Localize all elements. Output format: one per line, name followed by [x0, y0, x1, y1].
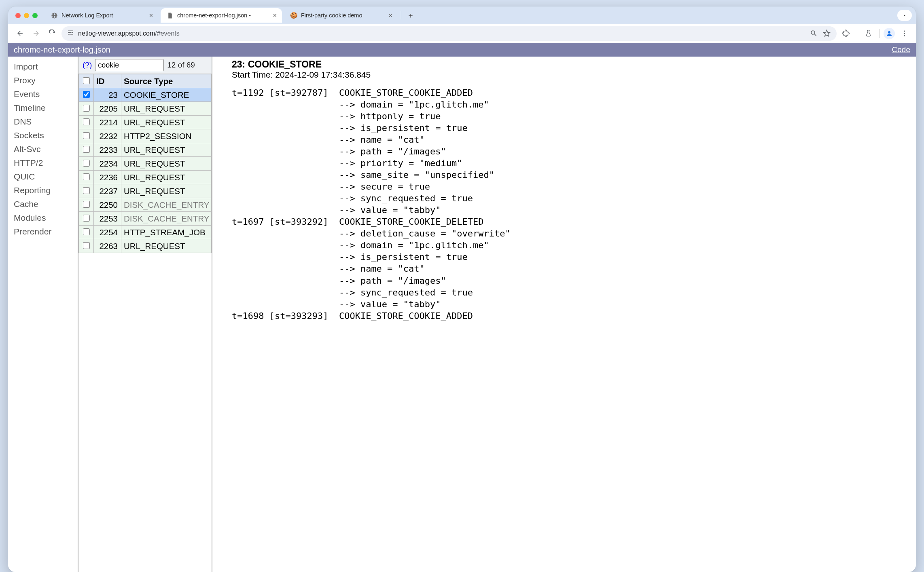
kebab-menu-icon[interactable] [897, 27, 911, 40]
filter-input[interactable] [95, 59, 164, 71]
page-content: chrome-net-export-log.json Code ImportPr… [8, 43, 916, 572]
sidebar-item-sockets[interactable]: Sockets [14, 129, 72, 142]
url-host: netlog-viewer.appspot.com [78, 30, 155, 37]
close-window-button[interactable] [15, 13, 21, 18]
row-checkbox[interactable] [83, 228, 90, 235]
event-row[interactable]: 2232HTTP2_SESSION [79, 129, 212, 143]
row-checkbox[interactable] [83, 105, 90, 112]
column-id[interactable]: ID [94, 74, 121, 88]
zoom-icon[interactable] [809, 29, 818, 38]
sidebar-item-import[interactable]: Import [14, 60, 72, 74]
bookmark-icon[interactable] [822, 29, 831, 38]
event-row[interactable]: 2253DISK_CACHE_ENTRY [79, 212, 212, 226]
row-checkbox[interactable] [83, 146, 90, 153]
sidebar-item-events[interactable]: Events [14, 87, 72, 101]
column-source-type[interactable]: Source Type [121, 74, 212, 88]
tab-netlog-viewer[interactable]: chrome-net-export-log.json - ✕ [161, 8, 282, 23]
toolbar-divider [879, 29, 879, 38]
event-row[interactable]: 2234URL_REQUEST [79, 157, 212, 171]
tab-network-log-export[interactable]: Network Log Export ✕ [45, 8, 158, 23]
svg-point-2 [903, 35, 905, 36]
maximize-window-button[interactable] [32, 13, 38, 18]
sidebar-item-prerender[interactable]: Prerender [14, 225, 72, 239]
event-row[interactable]: 2250DISK_CACHE_ENTRY [79, 198, 212, 212]
tab-cookie-demo[interactable]: 🍪 First-party cookie demo ✕ [284, 8, 398, 23]
close-tab-icon[interactable]: ✕ [271, 12, 278, 19]
cookie-icon: 🍪 [290, 12, 297, 19]
extensions-icon[interactable] [839, 27, 853, 40]
sidebar-item-quic[interactable]: QUIC [14, 170, 72, 184]
row-checkbox[interactable] [83, 91, 90, 98]
row-source-type: URL_REQUEST [121, 157, 212, 171]
url-path: /#events [155, 30, 179, 37]
row-id: 2214 [94, 116, 121, 129]
row-id: 2263 [94, 239, 121, 253]
row-checkbox[interactable] [83, 118, 90, 125]
row-id: 2236 [94, 171, 121, 184]
row-checkbox[interactable] [83, 215, 90, 222]
row-source-type: URL_REQUEST [121, 102, 212, 116]
address-bar[interactable]: netlog-viewer.appspot.com/#events [61, 26, 837, 41]
filter-count: 12 of 69 [167, 61, 195, 70]
row-checkbox[interactable] [83, 242, 90, 249]
row-checkbox[interactable] [83, 160, 90, 167]
row-source-type: URL_REQUEST [121, 239, 212, 253]
row-checkbox[interactable] [83, 173, 90, 180]
select-all-checkbox[interactable] [83, 77, 90, 84]
row-checkbox[interactable] [83, 187, 90, 194]
sidebar-item-proxy[interactable]: Proxy [14, 74, 72, 87]
row-source-type: DISK_CACHE_ENTRY [121, 212, 212, 226]
row-source-type: URL_REQUEST [121, 171, 212, 184]
row-source-type: HTTP_STREAM_JOB [121, 226, 212, 239]
tab-strip: Network Log Export ✕ chrome-net-export-l… [8, 6, 916, 24]
event-row[interactable]: 2254HTTP_STREAM_JOB [79, 226, 212, 239]
sidebar-item-reporting[interactable]: Reporting [14, 184, 72, 197]
filter-help-link[interactable]: (?) [83, 61, 92, 70]
sidebar-item-timeline[interactable]: Timeline [14, 101, 72, 115]
new-tab-button[interactable]: ＋ [405, 9, 417, 21]
loaded-file-name: chrome-net-export-log.json [14, 45, 110, 55]
event-row[interactable]: 23COOKIE_STORE [79, 88, 212, 102]
svg-point-0 [903, 30, 905, 32]
site-settings-icon[interactable] [67, 29, 74, 38]
reload-button[interactable] [45, 27, 59, 40]
row-id: 2237 [94, 184, 121, 198]
sidebar-item-cache[interactable]: Cache [14, 197, 72, 211]
row-source-type: HTTP2_SESSION [121, 129, 212, 143]
nav-sidebar: ImportProxyEventsTimelineDNSSocketsAlt-S… [8, 57, 78, 572]
sidebar-item-http-2[interactable]: HTTP/2 [14, 156, 72, 170]
event-row[interactable]: 2205URL_REQUEST [79, 102, 212, 116]
event-row[interactable]: 2263URL_REQUEST [79, 239, 212, 253]
row-id: 2233 [94, 143, 121, 157]
url-text: netlog-viewer.appspot.com/#events [78, 30, 805, 37]
close-tab-icon[interactable]: ✕ [148, 12, 154, 19]
labs-icon[interactable] [861, 27, 875, 40]
row-source-type: COOKIE_STORE [121, 88, 212, 102]
close-tab-icon[interactable]: ✕ [387, 12, 394, 19]
row-id: 23 [94, 88, 121, 102]
document-icon [166, 12, 174, 19]
app-body: ImportProxyEventsTimelineDNSSocketsAlt-S… [8, 57, 916, 572]
code-link[interactable]: Code [892, 45, 910, 54]
forward-button[interactable] [29, 27, 43, 40]
events-list-pane: (?) 12 of 69 ID Source Type 23COOKIE_STO… [78, 57, 212, 572]
detail-log: t=1192 [st=392787] COOKIE_STORE_COOKIE_A… [232, 87, 914, 322]
filter-bar: (?) 12 of 69 [78, 57, 212, 74]
sidebar-item-alt-svc[interactable]: Alt-Svc [14, 142, 72, 156]
detail-start-time: Start Time: 2024-12-09 17:34:36.845 [232, 70, 914, 80]
back-button[interactable] [13, 27, 27, 40]
row-id: 2253 [94, 212, 121, 226]
browser-window: Network Log Export ✕ chrome-net-export-l… [8, 6, 916, 572]
event-row[interactable]: 2233URL_REQUEST [79, 143, 212, 157]
sidebar-item-dns[interactable]: DNS [14, 115, 72, 129]
tab-overflow-button[interactable] [897, 10, 912, 21]
event-row[interactable]: 2214URL_REQUEST [79, 116, 212, 129]
event-row[interactable]: 2236URL_REQUEST [79, 171, 212, 184]
event-row[interactable]: 2237URL_REQUEST [79, 184, 212, 198]
profile-button[interactable] [884, 28, 895, 39]
tab-divider [401, 11, 401, 19]
row-checkbox[interactable] [83, 132, 90, 139]
minimize-window-button[interactable] [24, 13, 29, 18]
sidebar-item-modules[interactable]: Modules [14, 211, 72, 225]
row-checkbox[interactable] [83, 201, 90, 208]
